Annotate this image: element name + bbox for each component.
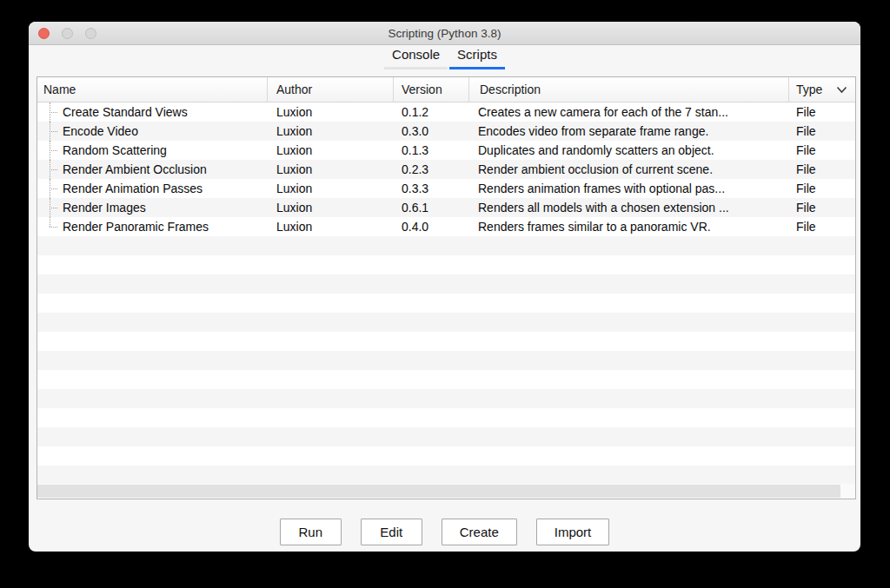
cell-author: Luxion	[268, 179, 394, 198]
column-header-name[interactable]: Name	[37, 77, 268, 102]
tree-branch-icon	[50, 208, 57, 208]
tree-branch-icon	[50, 227, 57, 228]
cell-author-text: Luxion	[276, 220, 312, 234]
cell-type: File	[789, 198, 855, 217]
column-header-version[interactable]: Version	[394, 77, 469, 102]
cell-author-text: Luxion	[276, 162, 312, 176]
cell-version: 0.1.2	[394, 102, 469, 122]
tab-bar: Console Scripts	[29, 46, 860, 69]
cell-version: 0.6.1	[394, 198, 469, 217]
cell-type: File	[789, 102, 855, 122]
cell-name-text: Encode Video	[63, 124, 138, 138]
cell-description-text: Creates a new camera for each of the 7 s…	[478, 105, 728, 119]
cell-description-text: Encodes video from separate frame range.	[478, 124, 708, 138]
cell-description-text: Renders frames similar to a panoramic VR…	[478, 220, 711, 234]
cell-description: Encodes video from separate frame range.	[469, 122, 789, 141]
cell-type: File	[789, 141, 855, 160]
cell-name: Encode Video	[37, 122, 268, 141]
column-header-author[interactable]: Author	[268, 77, 394, 102]
table-header: Name Author Version Description Type	[37, 77, 855, 102]
cell-author-text: Luxion	[276, 124, 312, 138]
cell-author: Luxion	[268, 141, 394, 160]
cell-type: File	[789, 179, 855, 198]
table-body: Create Standard ViewsLuxion0.1.2Creates …	[37, 102, 855, 484]
title-bar[interactable]: Scripting (Python 3.8)	[29, 22, 860, 45]
cell-version-text: 0.3.3	[402, 182, 428, 195]
horizontal-scrollbar-thumb[interactable]	[37, 485, 840, 498]
cell-type-text: File	[796, 162, 816, 176]
cell-version-text: 0.1.3	[402, 143, 428, 157]
cell-author: Luxion	[268, 160, 394, 179]
cell-author: Luxion	[268, 198, 394, 217]
cell-description: Renders all models with a chosen extensi…	[469, 198, 789, 217]
cell-description-text: Render ambient occlusion of current scen…	[478, 162, 713, 176]
cell-author: Luxion	[268, 102, 394, 122]
cell-description: Creates a new camera for each of the 7 s…	[469, 102, 789, 122]
cell-name: Render Ambient Occlusion	[37, 160, 268, 179]
cell-version: 0.1.3	[394, 141, 469, 160]
table-row[interactable]: Render Panoramic FramesLuxion0.4.0Render…	[37, 217, 855, 236]
cell-author-text: Luxion	[276, 105, 312, 119]
cell-version: 0.3.0	[394, 122, 469, 141]
cell-author-text: Luxion	[276, 201, 312, 215]
cell-name-text: Render Ambient Occlusion	[63, 162, 207, 176]
column-header-description[interactable]: Description	[469, 77, 789, 102]
tree-branch-icon	[50, 131, 57, 132]
table-row[interactable]: Render Ambient OcclusionLuxion0.2.3Rende…	[37, 160, 855, 179]
cell-type-text: File	[796, 143, 816, 157]
cell-name: Render Panoramic Frames	[37, 217, 268, 236]
cell-description: Duplicates and randomly scatters an obje…	[469, 141, 789, 160]
cell-author-text: Luxion	[276, 182, 312, 195]
table-row[interactable]: Render Animation PassesLuxion0.3.3Render…	[37, 179, 855, 198]
cell-version: 0.4.0	[394, 217, 469, 236]
cell-name: Render Images	[37, 198, 268, 217]
cell-name-text: Render Animation Passes	[63, 182, 203, 195]
action-buttons: Run Edit Create Import	[29, 519, 860, 545]
create-button[interactable]: Create	[442, 519, 517, 545]
column-header-type-label: Type	[796, 83, 822, 96]
cell-type: File	[789, 217, 855, 236]
cell-author-text: Luxion	[276, 143, 312, 157]
run-button[interactable]: Run	[280, 519, 342, 545]
cell-type-text: File	[796, 105, 816, 119]
cell-author: Luxion	[268, 122, 394, 141]
cell-type: File	[789, 160, 855, 179]
cell-type-text: File	[796, 201, 816, 215]
cell-description: Render ambient occlusion of current scen…	[469, 160, 789, 179]
cell-description-text: Renders animation frames with optional p…	[478, 182, 725, 195]
cell-type: File	[789, 122, 855, 141]
cell-version-text: 0.6.1	[402, 201, 428, 215]
cell-version-text: 0.3.0	[402, 124, 428, 138]
cell-name: Render Animation Passes	[37, 179, 268, 198]
table-row[interactable]: Render ImagesLuxion0.6.1Renders all mode…	[37, 198, 855, 217]
cell-version-text: 0.4.0	[402, 220, 428, 234]
table-row[interactable]: Encode VideoLuxion0.3.0Encodes video fro…	[37, 122, 855, 141]
tree-branch-icon	[50, 169, 57, 170]
cell-description-text: Renders all models with a chosen extensi…	[478, 201, 729, 215]
horizontal-scrollbar[interactable]	[37, 484, 855, 499]
cell-type-text: File	[796, 220, 816, 234]
cell-name: Create Standard Views	[37, 102, 268, 122]
cell-version-text: 0.2.3	[402, 162, 428, 176]
cell-description-text: Duplicates and randomly scatters an obje…	[478, 143, 714, 157]
chevron-down-icon[interactable]	[836, 86, 847, 94]
table-row[interactable]: Create Standard ViewsLuxion0.1.2Creates …	[37, 102, 855, 122]
import-button[interactable]: Import	[536, 519, 610, 545]
scripts-table: Name Author Version Description Type Cre…	[37, 76, 856, 499]
scripting-window: Scripting (Python 3.8) Console Scripts N…	[29, 22, 860, 552]
cell-name-text: Render Images	[63, 201, 146, 215]
tree-branch-icon	[50, 150, 57, 151]
cell-name-text: Random Scattering	[63, 143, 167, 157]
tab-scripts[interactable]: Scripts	[449, 46, 505, 69]
cell-version: 0.3.3	[394, 179, 469, 198]
cell-type-text: File	[796, 182, 816, 195]
cell-description: Renders animation frames with optional p…	[469, 179, 789, 198]
window-title: Scripting (Python 3.8)	[29, 22, 860, 45]
tab-console[interactable]: Console	[384, 46, 448, 69]
cell-name-text: Create Standard Views	[63, 105, 188, 119]
edit-button[interactable]: Edit	[361, 519, 422, 545]
cell-description: Renders frames similar to a panoramic VR…	[469, 217, 789, 236]
table-row[interactable]: Random ScatteringLuxion0.1.3Duplicates a…	[37, 141, 855, 160]
empty-rows-area	[37, 236, 855, 484]
column-header-type[interactable]: Type	[789, 77, 855, 102]
